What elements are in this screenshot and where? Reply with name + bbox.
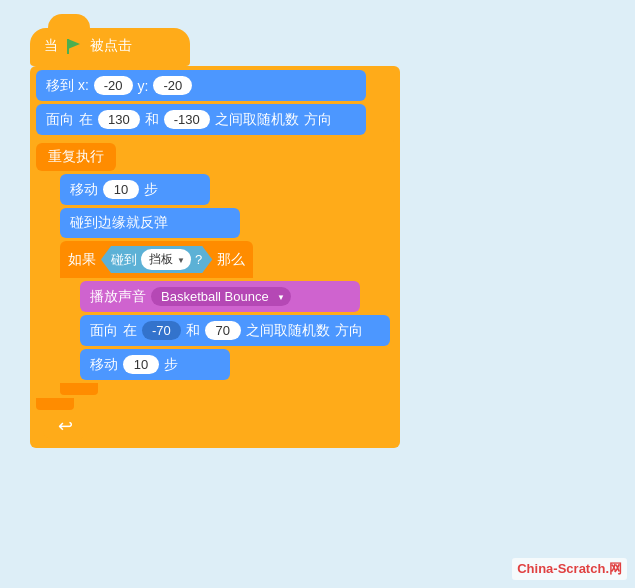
watermark-suffix: .网 (605, 561, 622, 576)
target-dropdown[interactable]: 挡板 (141, 249, 191, 270)
repeat-section: 重复执行 移动 10 步 碰到边缘就反弹 (30, 135, 400, 410)
then-label: 那么 (217, 251, 245, 269)
bounce-block[interactable]: 碰到边缘就反弹 (60, 208, 240, 238)
target-value: 挡板 (149, 251, 173, 268)
face-direction-row: 面向 在 130 和 -130 之间取随机数 方向 (30, 101, 400, 135)
face-direction2-block[interactable]: 面向 在 -70 和 70 之间取随机数 方向 (80, 315, 390, 346)
random-label: 之间取随机数 (215, 111, 299, 129)
when-flag-clicked-block[interactable]: 当 被点击 (30, 28, 190, 66)
sound-name: Basketball Bounce (161, 289, 269, 304)
touch-label: 碰到 (111, 251, 137, 269)
if-body: 播放声音 Basketball Bounce 面向 在 -70 和 (60, 278, 388, 383)
if-header[interactable]: 如果 碰到 挡板 ? 那么 (60, 241, 253, 278)
steps2-val[interactable]: 10 (123, 355, 159, 374)
return-row: ↩ (30, 410, 100, 444)
x-value[interactable]: -20 (94, 76, 133, 95)
sound-dropdown[interactable]: Basketball Bounce (151, 287, 291, 306)
move-steps-block[interactable]: 移动 10 步 (60, 174, 210, 205)
face2-label: 面向 (90, 322, 118, 340)
move-to-block[interactable]: 移到 x: -20 y: -20 (36, 70, 366, 101)
face-label: 面向 (46, 111, 74, 129)
hat-block: 当 被点击 (30, 28, 190, 66)
watermark-text2: Scratch (558, 561, 606, 576)
svg-marker-0 (68, 39, 80, 49)
direction2-label: 方向 (335, 322, 363, 340)
play-sound-block[interactable]: 播放声音 Basketball Bounce (80, 281, 360, 312)
play-sound-label: 播放声音 (90, 288, 146, 306)
if-section: 如果 碰到 挡板 ? 那么 (60, 241, 388, 395)
repeat-bottom-cap (36, 398, 74, 410)
move-steps2-block[interactable]: 移动 10 步 (80, 349, 230, 380)
direction-label: 方向 (304, 111, 332, 129)
bounce-label: 碰到边缘就反弹 (70, 214, 168, 232)
watermark: China-Scratch.网 (512, 558, 627, 580)
if-bottom-cap (60, 383, 98, 395)
repeat-label: 重复执行 (36, 143, 116, 171)
face2-val1[interactable]: -70 (142, 321, 181, 340)
steps-val[interactable]: 10 (103, 180, 139, 199)
face-direction-block[interactable]: 面向 在 130 和 -130 之间取随机数 方向 (36, 104, 366, 135)
return-arrow: ↩ (43, 413, 87, 439)
repeat-body: 移动 10 步 碰到边缘就反弹 如果 (36, 171, 394, 398)
steps-suffix: 步 (144, 181, 158, 199)
move-label: 移动 (70, 181, 98, 199)
if-label: 如果 (68, 251, 96, 269)
moveto-label: 移到 x: (46, 77, 89, 95)
scratch-canvas: 当 被点击 移到 x: -20 y: -20 (0, 0, 635, 588)
in2-label: 在 (123, 322, 137, 340)
watermark-text1: China (517, 561, 553, 576)
flag-icon (64, 36, 84, 56)
move-to-row: 移到 x: -20 y: -20 (30, 66, 400, 101)
steps2-suffix: 步 (164, 356, 178, 374)
when-label: 当 (44, 37, 58, 55)
main-block-container: 当 被点击 移到 x: -20 y: -20 (30, 28, 420, 448)
sensing-condition[interactable]: 碰到 挡板 ? (101, 246, 212, 273)
random2-label: 之间取随机数 (246, 322, 330, 340)
in-label: 在 (79, 111, 93, 129)
move2-label: 移动 (90, 356, 118, 374)
clicked-label: 被点击 (90, 37, 132, 55)
and2-label: 和 (186, 322, 200, 340)
repeat-header[interactable]: 重复执行 (36, 138, 394, 171)
outer-orange-container: 移到 x: -20 y: -20 面向 在 130 和 -130 之间取随机数 … (30, 66, 400, 448)
question-mark: ? (195, 252, 202, 267)
face-val2[interactable]: -130 (164, 110, 210, 129)
y-label: y: (138, 78, 149, 94)
face-val1[interactable]: 130 (98, 110, 140, 129)
face2-val2[interactable]: 70 (205, 321, 241, 340)
and-label: 和 (145, 111, 159, 129)
y-value[interactable]: -20 (153, 76, 192, 95)
